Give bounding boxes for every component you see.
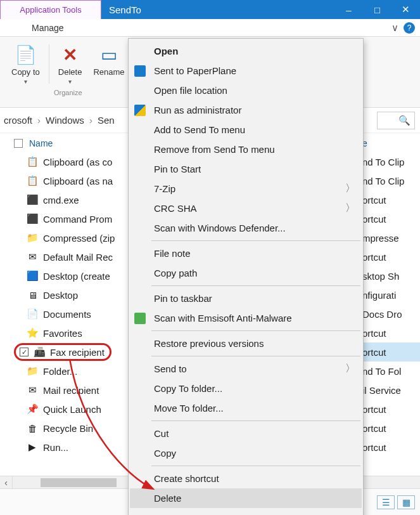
ribbon-context-tab[interactable]: Application Tools [0, 0, 101, 19]
menu-item-label: CRC SHA [154, 203, 197, 214]
menu-item[interactable]: CRC SHA〉 [130, 199, 362, 218]
menu-separator [151, 330, 360, 331]
menu-item[interactable]: Restore previous versions [130, 334, 362, 353]
menu-separator [151, 285, 360, 286]
rename-label: Rename [93, 67, 124, 77]
menu-item-icon [132, 221, 148, 236]
menu-item-icon [132, 142, 148, 157]
menu-item-label: Copy To folder... [154, 383, 222, 394]
menu-item-label: Restore previous versions [154, 338, 264, 349]
file-icon: 📌 [27, 403, 38, 415]
menu-item-label: Run as administrator [154, 105, 241, 115]
file-type-cell: mpresse [360, 228, 420, 247]
select-all-checkbox[interactable] [14, 139, 23, 148]
menu-item-icon [132, 181, 148, 197]
file-icon: 📋 [27, 175, 38, 186]
column-header-name[interactable]: Name [29, 138, 53, 148]
chevron-right-icon: 〉 [345, 202, 355, 215]
menu-separator [151, 420, 360, 421]
rename-button[interactable]: ▭ Rename [89, 42, 128, 86]
file-name: Mail recipient [43, 385, 99, 396]
menu-item[interactable]: Delete [130, 488, 362, 508]
menu-item-icon [132, 122, 148, 138]
menu-item-label: Send to [154, 363, 187, 374]
menu-item[interactable]: Add to Send To menu [130, 120, 362, 140]
breadcrumb-part[interactable]: Windows [46, 115, 84, 126]
file-type-cell: sktop Sh [360, 266, 420, 285]
copy-to-button[interactable]: 📄 Copy to ▾ [8, 42, 44, 86]
menu-item[interactable]: Send to〉 [130, 359, 362, 379]
menu-separator [151, 240, 360, 241]
menu-item[interactable]: Pin to Start [130, 159, 362, 179]
chevron-right-icon: 〉 [345, 182, 355, 195]
ribbon-collapse-icon[interactable]: ∨ [391, 22, 398, 34]
icons-view-button[interactable]: ▦ [397, 495, 415, 509]
chevron-right-icon: 〉 [345, 362, 355, 375]
scroll-left-icon[interactable]: ‹ [0, 476, 13, 489]
menu-item[interactable]: Open [130, 41, 362, 61]
menu-item[interactable]: Rename [130, 508, 362, 515]
delete-button[interactable]: ✕ Delete ▾ [54, 42, 86, 86]
file-icon: 📋 [27, 156, 38, 167]
file-icon: ⭐ [27, 327, 38, 339]
file-icon: 🗑 [27, 422, 38, 434]
breadcrumb-part[interactable]: Sen [98, 115, 115, 126]
delete-x-icon: ✕ [59, 43, 82, 66]
menu-item[interactable]: Open file location [130, 81, 362, 100]
file-icon: ⬛ [27, 194, 38, 205]
menu-item[interactable]: Cut [130, 424, 362, 443]
ribbon-group-label: Organize [54, 89, 82, 96]
maximize-button[interactable]: □ [363, 0, 391, 19]
file-type-cell: ortcut [360, 209, 420, 228]
menu-separator [151, 356, 360, 356]
menu-item-label: File note [154, 248, 191, 259]
scroll-thumb[interactable] [41, 478, 117, 487]
menu-item[interactable]: Scan with Emsisoft Anti-Malware [130, 308, 362, 328]
menu-item-label: Open [154, 46, 178, 56]
file-name: Clipboard (as na [43, 176, 113, 186]
menu-item-label: Open file location [154, 85, 227, 96]
close-button[interactable]: ✕ [391, 0, 420, 19]
file-type-cell: Docs Dro [360, 304, 420, 323]
menu-item-icon [132, 291, 148, 306]
help-icon[interactable]: ? [404, 22, 415, 34]
file-name: Favorites [43, 328, 82, 339]
menu-item[interactable]: Move To folder... [130, 398, 362, 418]
menu-item-label: Delete [154, 493, 181, 504]
menu-item-icon [132, 446, 148, 461]
breadcrumb-part[interactable]: crosoft [4, 115, 32, 126]
menu-item[interactable]: File note [130, 244, 362, 263]
menu-item-icon [132, 44, 148, 59]
row-checkbox[interactable]: ✓ [20, 348, 29, 356]
menu-item[interactable]: Run as administrator [130, 100, 362, 120]
file-icon: 🖥 [27, 289, 38, 301]
ribbon-tab-manage[interactable]: Manage [19, 20, 77, 36]
menu-item[interactable]: 7-Zip〉 [130, 179, 362, 199]
file-icon: 📁 [27, 232, 38, 244]
file-name: Documents [43, 309, 91, 320]
file-type-cell: ortcut [360, 438, 420, 457]
file-icon: 📠 [34, 346, 45, 358]
menu-item-icon [132, 471, 148, 486]
search-input[interactable]: 🔍 [377, 112, 415, 129]
menu-item-icon [132, 266, 148, 281]
menu-item[interactable]: Remove from Send To menu [130, 140, 362, 159]
menu-item[interactable]: Copy [130, 443, 362, 463]
menu-item-icon [132, 336, 148, 351]
menu-item-label: Cut [154, 428, 169, 439]
file-name: Quick Launch [43, 404, 101, 415]
menu-item[interactable]: Create shortcut [130, 469, 362, 488]
column-header-type[interactable]: e [360, 137, 420, 152]
file-name: Default Mail Rec [43, 252, 113, 263]
file-icon: 📁 [27, 365, 38, 377]
file-icon: ▶ [27, 441, 38, 453]
file-icon: ✉ [27, 384, 38, 396]
menu-item[interactable]: Sent to PaperPlane [130, 61, 362, 81]
details-view-button[interactable]: ☰ [377, 495, 395, 509]
menu-item[interactable]: Copy To folder... [130, 379, 362, 398]
menu-item[interactable]: Pin to taskbar [130, 289, 362, 308]
menu-item-label: Add to Send To menu [154, 124, 245, 135]
menu-item[interactable]: Copy path [130, 263, 362, 283]
menu-item[interactable]: Scan with Windows Defender... [130, 218, 362, 238]
minimize-button[interactable]: – [334, 0, 363, 19]
